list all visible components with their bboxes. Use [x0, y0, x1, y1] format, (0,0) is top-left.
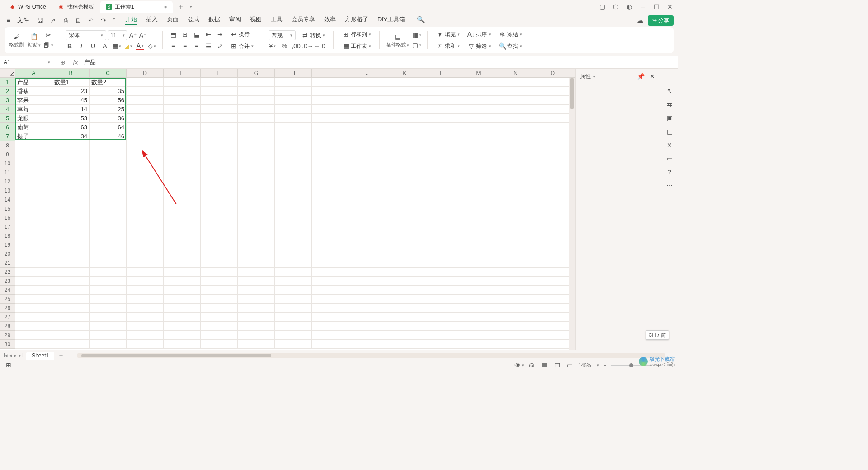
cell[interactable]: 53 [52, 114, 90, 123]
cell[interactable] [349, 331, 386, 340]
cloud-icon[interactable]: ☁ [636, 16, 644, 24]
cell[interactable] [534, 295, 571, 304]
cell[interactable] [52, 249, 90, 258]
settings-rail-icon[interactable]: ⇆ [665, 100, 674, 108]
cell[interactable] [201, 277, 238, 286]
sum-button[interactable]: Σ求和▾ [434, 41, 462, 51]
cell[interactable] [312, 277, 349, 286]
cell[interactable] [52, 222, 90, 231]
cell[interactable] [423, 231, 460, 240]
collapse-rail-icon[interactable]: — [665, 73, 674, 81]
row-header[interactable]: 28 [0, 322, 15, 331]
cell[interactable] [423, 123, 460, 132]
focus-icon[interactable]: ◎ [528, 361, 536, 367]
cell[interactable] [497, 213, 534, 222]
cell[interactable] [312, 96, 349, 105]
cell[interactable] [164, 204, 201, 213]
cell[interactable] [164, 249, 201, 258]
cell[interactable] [534, 304, 571, 313]
clear-format-icon[interactable]: ◇▾ [148, 42, 156, 50]
cell[interactable] [15, 258, 52, 268]
cell[interactable] [164, 304, 201, 313]
cell[interactable] [15, 195, 52, 204]
select-all-corner[interactable]: ◿ [0, 69, 15, 77]
spreadsheet[interactable]: ◿ABCDEFGHIJKLMNO123456789101112131415161… [0, 69, 575, 350]
align-center-icon[interactable]: ≡ [181, 42, 189, 50]
cell[interactable] [312, 268, 349, 277]
cell[interactable] [52, 204, 90, 213]
cell[interactable] [460, 249, 497, 258]
cell[interactable] [349, 340, 386, 349]
tab-docer[interactable]: ◉ 找稻壳模板 [52, 1, 99, 13]
cell[interactable] [90, 258, 127, 268]
cell[interactable] [275, 304, 312, 313]
cell[interactable] [164, 105, 201, 114]
row-header[interactable]: 2 [0, 87, 15, 96]
cell[interactable] [460, 141, 497, 150]
cell[interactable] [90, 313, 127, 322]
cell[interactable] [275, 313, 312, 322]
cell[interactable] [127, 304, 164, 313]
print-preview-icon[interactable]: 🗎 [74, 16, 82, 24]
row-header[interactable]: 4 [0, 105, 15, 114]
cell[interactable] [238, 340, 275, 349]
cell[interactable] [275, 168, 312, 177]
row-header[interactable]: 11 [0, 168, 15, 177]
cell[interactable] [164, 87, 201, 96]
file-menu[interactable]: 文件 [17, 16, 29, 24]
ribbon-tab-diy[interactable]: DIY工具箱 [377, 15, 405, 25]
cell[interactable] [275, 231, 312, 240]
ime-indicator[interactable]: CH ♪ 简 [646, 330, 670, 340]
cell[interactable] [349, 123, 386, 132]
cell[interactable] [127, 295, 164, 304]
formula-value[interactable]: 产品 [84, 58, 96, 66]
cell[interactable] [201, 150, 238, 159]
sheet-add-button[interactable]: ＋ [58, 352, 64, 360]
cell[interactable] [127, 286, 164, 295]
cell[interactable] [386, 177, 423, 186]
cell[interactable] [460, 304, 497, 313]
ribbon-tab-page[interactable]: 页面 [167, 15, 179, 25]
cell[interactable] [312, 78, 349, 87]
cell[interactable] [423, 168, 460, 177]
cell[interactable] [15, 340, 52, 349]
cell[interactable] [349, 141, 386, 150]
select-icon[interactable]: ↖ [665, 87, 674, 95]
view-page-icon[interactable]: ◫ [553, 361, 561, 367]
cell[interactable] [90, 159, 127, 168]
cell[interactable] [275, 222, 312, 231]
cell[interactable] [534, 213, 571, 222]
col-header[interactable]: F [201, 69, 238, 77]
percent-icon[interactable]: % [280, 42, 288, 50]
cell[interactable] [15, 313, 52, 322]
cell[interactable] [497, 231, 534, 240]
cell[interactable] [238, 304, 275, 313]
cell[interactable] [275, 141, 312, 150]
view-normal-icon[interactable]: ▦ [540, 361, 548, 367]
col-header[interactable]: I [312, 69, 349, 77]
cell[interactable] [127, 141, 164, 150]
cell[interactable] [275, 186, 312, 195]
cell[interactable] [164, 177, 201, 186]
cell[interactable] [460, 331, 497, 340]
cell[interactable] [312, 258, 349, 268]
sheet-prev-icon[interactable]: ◂ [9, 352, 12, 358]
cell[interactable] [275, 331, 312, 340]
cell[interactable] [52, 231, 90, 240]
cell[interactable] [423, 96, 460, 105]
cell[interactable] [127, 322, 164, 331]
cell[interactable] [164, 322, 201, 331]
cell[interactable] [90, 141, 127, 150]
italic-icon[interactable]: I [77, 42, 85, 50]
cell[interactable] [312, 313, 349, 322]
cell[interactable] [386, 213, 423, 222]
pin-icon[interactable]: 📌 [637, 72, 645, 80]
cell[interactable] [127, 258, 164, 268]
cell[interactable] [386, 141, 423, 150]
cell[interactable] [164, 141, 201, 150]
cell[interactable] [460, 240, 497, 249]
cell[interactable] [534, 204, 571, 213]
col-header[interactable]: J [349, 69, 386, 77]
ribbon-tab-insert[interactable]: 插入 [146, 15, 158, 25]
maximize-button[interactable]: ☐ [653, 3, 660, 10]
